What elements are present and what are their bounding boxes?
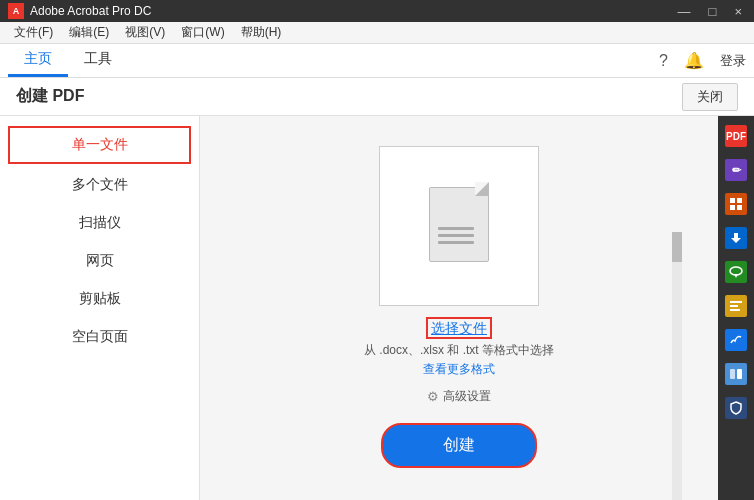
title-bar: A Adobe Acrobat Pro DC — □ × (0, 0, 754, 22)
file-drop-area[interactable] (379, 146, 539, 306)
forms-icon (725, 295, 747, 317)
scroll-thumb[interactable] (672, 232, 682, 262)
advanced-settings-label: 高级设置 (443, 388, 491, 405)
menu-file[interactable]: 文件(F) (6, 22, 61, 43)
sidebar-item-blank-page[interactable]: 空白页面 (0, 318, 199, 356)
sidebar-item-multiple-files[interactable]: 多个文件 (0, 166, 199, 204)
toolbar-review[interactable] (720, 256, 752, 288)
tab-home[interactable]: 主页 (8, 44, 68, 77)
close-window-button[interactable]: × (730, 4, 746, 19)
file-line-3 (438, 241, 474, 244)
toolbar-sign[interactable] (720, 324, 752, 356)
advanced-settings[interactable]: ⚙ 高级设置 (427, 388, 491, 405)
menu-view[interactable]: 视图(V) (117, 22, 173, 43)
sidebar-item-clipboard[interactable]: 剪贴板 (0, 280, 199, 318)
more-formats-link[interactable]: 查看更多格式 (423, 361, 495, 378)
toolbar-edit-pdf[interactable]: ✏ (720, 154, 752, 186)
svg-rect-7 (730, 301, 742, 303)
window-controls: — □ × (674, 4, 746, 19)
center-panel: 选择文件 从 .docx、.xlsx 和 .txt 等格式中选择 查看更多格式 … (200, 116, 718, 500)
page-title: 创建 PDF (16, 86, 84, 107)
main-content: 单一文件 多个文件 扫描仪 网页 剪贴板 空白页面 (0, 116, 754, 500)
right-toolbar: PDF ✏ (718, 116, 754, 500)
svg-rect-11 (737, 369, 742, 379)
sub-header: 创建 PDF 关闭 (0, 78, 754, 116)
svg-rect-1 (737, 198, 742, 203)
nav-tabs: 主页 工具 ? 🔔 登录 (0, 44, 754, 78)
toolbar-compare[interactable] (720, 358, 752, 390)
help-icon[interactable]: ? (659, 52, 668, 70)
svg-marker-6 (734, 274, 738, 278)
edit-pdf-icon: ✏ (725, 159, 747, 181)
login-button[interactable]: 登录 (720, 52, 746, 70)
app-title: Adobe Acrobat Pro DC (30, 4, 674, 18)
sidebar: 单一文件 多个文件 扫描仪 网页 剪贴板 空白页面 (0, 116, 200, 500)
toolbar-organize-pages[interactable] (720, 188, 752, 220)
svg-rect-9 (730, 309, 740, 311)
file-line-2 (438, 234, 474, 237)
menu-window[interactable]: 窗口(W) (173, 22, 232, 43)
file-line-1 (438, 227, 474, 230)
sidebar-item-single-file[interactable]: 单一文件 (8, 126, 191, 164)
minimize-button[interactable]: — (674, 4, 695, 19)
compare-icon (725, 363, 747, 385)
svg-rect-3 (737, 205, 742, 210)
create-button[interactable]: 创建 (381, 423, 537, 468)
tab-tools[interactable]: 工具 (68, 44, 128, 77)
svg-point-5 (730, 267, 742, 275)
menu-bar: 文件(F) 编辑(E) 视图(V) 窗口(W) 帮助(H) (0, 22, 754, 44)
toolbar-forms[interactable] (720, 290, 752, 322)
create-pdf-icon: PDF (725, 125, 747, 147)
sign-icon (725, 329, 747, 351)
app-logo: A (8, 3, 24, 19)
nav-right: ? 🔔 登录 (659, 44, 746, 77)
maximize-button[interactable]: □ (705, 4, 721, 19)
file-icon-fold (475, 182, 489, 196)
select-file-link[interactable]: 选择文件 (426, 317, 492, 339)
svg-rect-0 (730, 198, 735, 203)
menu-help[interactable]: 帮助(H) (233, 22, 290, 43)
gear-icon: ⚙ (427, 389, 439, 404)
select-file-section: 选择文件 (426, 320, 492, 338)
file-icon-body (429, 187, 489, 262)
scrollbar[interactable] (672, 232, 682, 500)
sidebar-item-scanner[interactable]: 扫描仪 (0, 204, 199, 242)
svg-rect-2 (730, 205, 735, 210)
file-icon-lines (438, 227, 474, 244)
export-pdf-icon (725, 227, 747, 249)
toolbar-export-pdf[interactable] (720, 222, 752, 254)
format-hint: 从 .docx、.xlsx 和 .txt 等格式中选择 (364, 342, 554, 359)
organize-pages-icon (725, 193, 747, 215)
notification-icon[interactable]: 🔔 (684, 51, 704, 70)
svg-rect-10 (730, 369, 735, 379)
protect-icon (725, 397, 747, 419)
close-button[interactable]: 关闭 (682, 83, 738, 111)
toolbar-protect[interactable] (720, 392, 752, 424)
sidebar-item-webpage[interactable]: 网页 (0, 242, 199, 280)
review-icon (725, 261, 747, 283)
svg-rect-8 (730, 305, 738, 307)
menu-edit[interactable]: 编辑(E) (61, 22, 117, 43)
file-icon (424, 182, 494, 262)
toolbar-create-pdf[interactable]: PDF (720, 120, 752, 152)
